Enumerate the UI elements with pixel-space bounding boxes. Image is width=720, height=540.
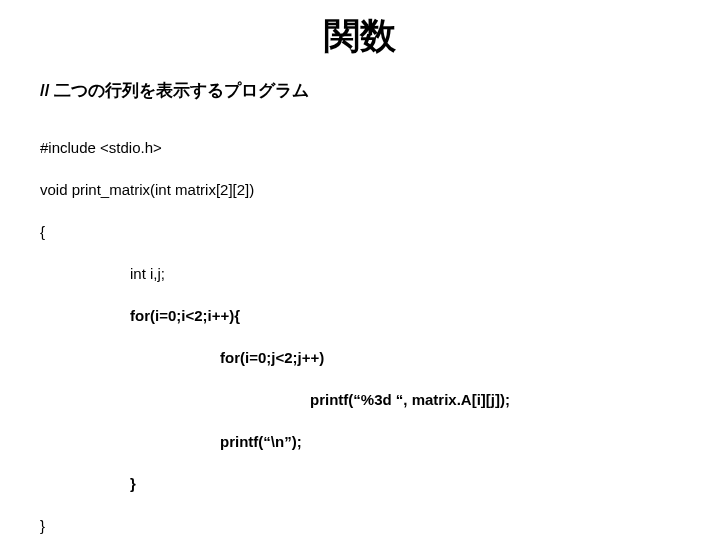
code-line: void print_matrix(int matrix[2][2])	[40, 179, 680, 200]
code-block: #include <stdio.h> void print_matrix(int…	[40, 116, 680, 540]
slide-title: 関数	[40, 12, 680, 61]
code-line: int i,j;	[40, 263, 680, 284]
code-comment: // 二つの行列を表示するプログラム	[40, 79, 680, 102]
code-line: }	[40, 473, 680, 494]
code-line: for(i=0;j<2;j++)	[40, 347, 680, 368]
code-line: printf(“%3d “, matrix.A[i][j]);	[40, 389, 680, 410]
code-line: }	[40, 515, 680, 536]
code-line: printf(“\n”);	[40, 431, 680, 452]
code-line: #include <stdio.h>	[40, 137, 680, 158]
code-line: {	[40, 221, 680, 242]
code-line: for(i=0;i<2;i++){	[40, 305, 680, 326]
